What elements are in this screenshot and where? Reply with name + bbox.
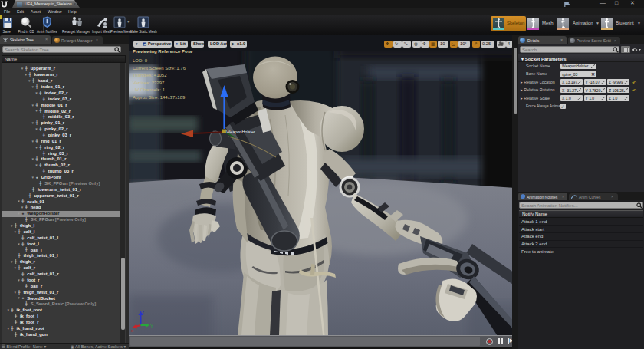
- svg-text:x: x: [131, 328, 133, 333]
- svg-text:Y: Y: [150, 324, 153, 328]
- svg-text:z: z: [142, 310, 144, 314]
